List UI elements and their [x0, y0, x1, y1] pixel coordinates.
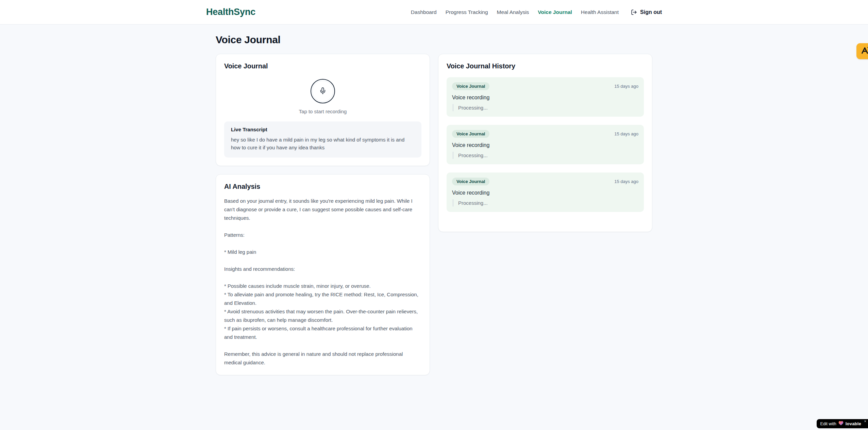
entry-label: Voice recording: [452, 190, 638, 196]
edit-with-lovable-badge[interactable]: Edit with lovable ×: [817, 419, 868, 428]
live-transcript-text: hey so like I do have a mild pain in my …: [231, 136, 415, 152]
left-column: Voice Journal Tap to start recording: [216, 54, 430, 375]
live-transcript-box: Live Transcript hey so like I do have a …: [224, 121, 421, 158]
entry-status: Processing...: [453, 152, 638, 159]
content-grid: Voice Journal Tap to start recording: [216, 54, 652, 375]
anima-logo-icon: [860, 46, 868, 56]
app-logo: HealthSync: [206, 7, 255, 17]
recorder-card-title: Voice Journal: [224, 62, 421, 70]
entry-timestamp: 15 days ago: [614, 179, 638, 184]
nav-item-dashboard[interactable]: Dashboard: [411, 9, 437, 15]
header-container: HealthSync Dashboard Progress Tracking M…: [206, 0, 662, 24]
entry-timestamp: 15 days ago: [614, 131, 638, 136]
microphone-icon: [319, 87, 327, 96]
entry-type-badge: Voice Journal: [452, 130, 489, 138]
page-title: Voice Journal: [216, 34, 652, 46]
sign-out-label: Sign out: [640, 9, 662, 15]
ai-analysis-card: AI Analysis Based on your journal entry,…: [216, 174, 430, 375]
history-entry-header: Voice Journal 15 days ago: [452, 178, 638, 185]
heart-icon: [838, 421, 844, 427]
history-card: Voice Journal History Voice Journal 15 d…: [438, 54, 652, 232]
history-entry-header: Voice Journal 15 days ago: [452, 82, 638, 90]
tap-to-record-hint: Tap to start recording: [299, 109, 347, 114]
lovable-brand-label: lovable: [846, 421, 861, 426]
main-nav: Dashboard Progress Tracking Meal Analysi…: [411, 9, 662, 15]
nav-item-health-assistant[interactable]: Health Assistant: [581, 9, 619, 15]
entry-status: Processing...: [453, 104, 638, 111]
history-list: Voice Journal 15 days ago Voice recordin…: [447, 77, 644, 224]
entry-label: Voice recording: [452, 95, 638, 101]
nav-item-meal-analysis[interactable]: Meal Analysis: [497, 9, 529, 15]
sign-out-button[interactable]: Sign out: [631, 9, 662, 15]
history-entry-header: Voice Journal 15 days ago: [452, 130, 638, 138]
edit-with-label: Edit with: [820, 421, 836, 426]
entry-type-badge: Voice Journal: [452, 82, 489, 90]
history-entry[interactable]: Voice Journal 15 days ago Voice recordin…: [447, 77, 644, 117]
history-entry[interactable]: Voice Journal 15 days ago Voice recordin…: [447, 172, 644, 212]
ai-analysis-title: AI Analysis: [224, 183, 421, 191]
entry-label: Voice recording: [452, 142, 638, 148]
logout-icon: [631, 9, 637, 15]
ai-analysis-body: Based on your journal entry, it sounds l…: [224, 197, 421, 367]
nav-item-voice-journal[interactable]: Voice Journal: [538, 9, 572, 15]
right-column: Voice Journal History Voice Journal 15 d…: [438, 54, 652, 232]
mic-section: Tap to start recording: [224, 79, 421, 114]
voice-recorder-card: Voice Journal Tap to start recording: [216, 54, 430, 166]
history-card-title: Voice Journal History: [447, 62, 644, 70]
corner-app-badge[interactable]: [856, 43, 868, 59]
entry-status: Processing...: [453, 199, 638, 206]
page-content: Voice Journal Voice Journal: [216, 24, 652, 375]
app-header: HealthSync Dashboard Progress Tracking M…: [0, 0, 868, 24]
entry-timestamp: 15 days ago: [614, 84, 638, 89]
nav-item-progress-tracking[interactable]: Progress Tracking: [446, 9, 488, 15]
close-icon[interactable]: ×: [864, 419, 866, 423]
live-transcript-title: Live Transcript: [231, 127, 415, 132]
entry-type-badge: Voice Journal: [452, 178, 489, 185]
history-entry[interactable]: Voice Journal 15 days ago Voice recordin…: [447, 125, 644, 164]
record-button[interactable]: [311, 79, 335, 103]
